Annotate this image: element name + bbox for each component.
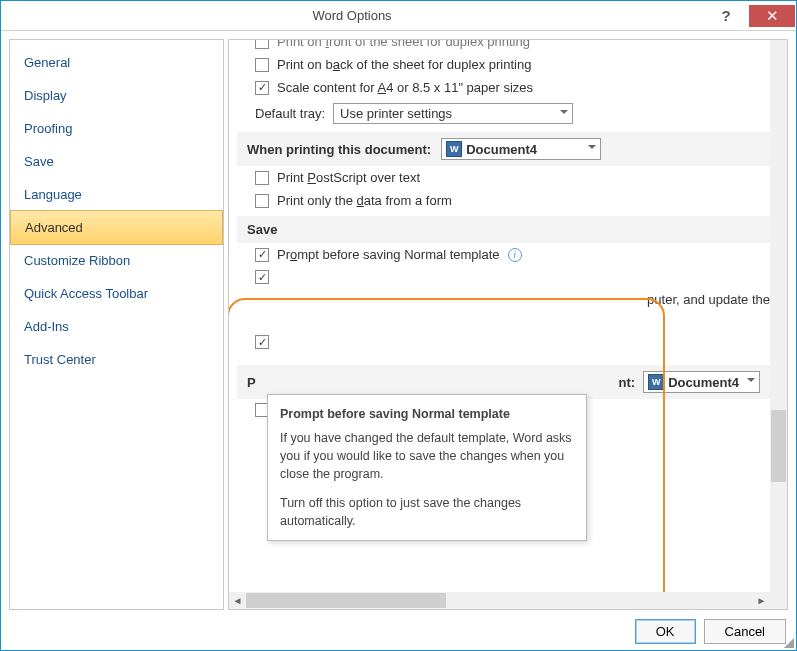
horizontal-scrollbar[interactable]: ◄ ► bbox=[229, 592, 770, 609]
sidebar-item-quick-access-toolbar[interactable]: Quick Access Toolbar bbox=[10, 277, 223, 310]
word-options-dialog: Word Options ? ✕ General Display Proofin… bbox=[0, 0, 797, 651]
sidebar-item-advanced[interactable]: Advanced bbox=[10, 210, 223, 245]
word-icon: W bbox=[446, 141, 462, 157]
word-icon: W bbox=[648, 374, 664, 390]
checkbox-obscured-2[interactable] bbox=[255, 335, 269, 349]
option-form-data: Print only the data from a form bbox=[277, 193, 452, 208]
tooltip-title: Prompt before saving Normal template bbox=[280, 405, 574, 423]
titlebar: Word Options ? ✕ bbox=[1, 1, 796, 31]
checkbox-postscript[interactable] bbox=[255, 171, 269, 185]
checkbox-form-data[interactable] bbox=[255, 194, 269, 208]
cancel-button[interactable]: Cancel bbox=[704, 619, 786, 644]
sidebar-item-customize-ribbon[interactable]: Customize Ribbon bbox=[10, 244, 223, 277]
checkbox-obscured-1[interactable] bbox=[255, 270, 269, 284]
document-select-fidelity[interactable]: W Document4 bbox=[643, 371, 760, 393]
checkbox-print-back[interactable] bbox=[255, 58, 269, 72]
vertical-scrollbar[interactable] bbox=[770, 40, 787, 592]
help-button[interactable]: ? bbox=[703, 5, 749, 27]
sidebar-item-trust-center[interactable]: Trust Center bbox=[10, 343, 223, 376]
option-prompt-normal-template: Prompt before saving Normal template bbox=[277, 247, 500, 262]
option-scale-content: Scale content for A4 or 8.5 x 11" paper … bbox=[277, 80, 533, 95]
checkbox-prompt-normal-template[interactable] bbox=[255, 248, 269, 262]
sidebar-item-proofing[interactable]: Proofing bbox=[10, 112, 223, 145]
sidebar-item-add-ins[interactable]: Add-Ins bbox=[10, 310, 223, 343]
category-sidebar: General Display Proofing Save Language A… bbox=[9, 39, 224, 610]
section-save: Save bbox=[237, 216, 770, 243]
scroll-left-arrow[interactable]: ◄ bbox=[229, 592, 246, 609]
tooltip-prompt-normal-template: Prompt before saving Normal template If … bbox=[267, 394, 587, 541]
tooltip-body-1: If you have changed the default template… bbox=[280, 429, 574, 483]
document-select-printing[interactable]: W Document4 bbox=[441, 138, 601, 160]
scrollbar-corner bbox=[770, 592, 787, 609]
ok-button[interactable]: OK bbox=[635, 619, 696, 644]
checkbox-scale-content[interactable] bbox=[255, 81, 269, 95]
default-tray-label: Default tray: bbox=[255, 106, 325, 121]
scroll-area: Print on front of the sheet for duplex p… bbox=[229, 40, 770, 592]
default-tray-select[interactable]: Use printer settings bbox=[333, 103, 573, 124]
dialog-footer: OK Cancel bbox=[635, 619, 786, 644]
horizontal-scrollbar-thumb[interactable] bbox=[246, 593, 446, 608]
sidebar-item-display[interactable]: Display bbox=[10, 79, 223, 112]
checkbox-print-front[interactable] bbox=[255, 40, 269, 49]
option-print-front: Print on front of the sheet for duplex p… bbox=[277, 40, 530, 49]
content-panel: Print on front of the sheet for duplex p… bbox=[228, 39, 788, 610]
resize-grip[interactable] bbox=[782, 636, 794, 648]
scroll-right-arrow[interactable]: ► bbox=[753, 592, 770, 609]
option-print-back: Print on back of the sheet for duplex pr… bbox=[277, 57, 531, 72]
sidebar-item-save[interactable]: Save bbox=[10, 145, 223, 178]
section-when-printing: When printing this document: W Document4 bbox=[237, 132, 770, 166]
info-icon[interactable]: i bbox=[508, 248, 522, 262]
close-button[interactable]: ✕ bbox=[749, 5, 795, 27]
tooltip-body-2: Turn off this option to just save the ch… bbox=[280, 494, 574, 530]
vertical-scrollbar-thumb[interactable] bbox=[771, 410, 786, 482]
option-postscript: Print PostScript over text bbox=[277, 170, 420, 185]
window-title: Word Options bbox=[1, 8, 703, 23]
sidebar-item-language[interactable]: Language bbox=[10, 178, 223, 211]
sidebar-item-general[interactable]: General bbox=[10, 46, 223, 79]
partial-text-right: puter, and update the bbox=[647, 292, 770, 307]
